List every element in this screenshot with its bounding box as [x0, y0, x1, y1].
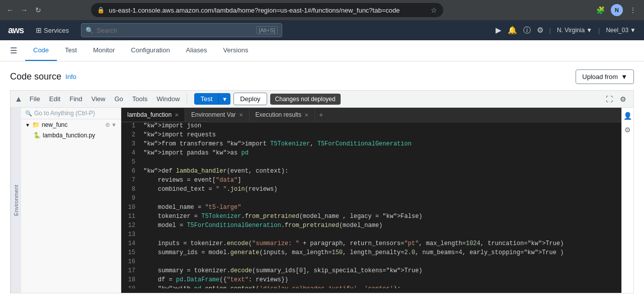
line-number: 9 [121, 195, 141, 204]
window-menu[interactable]: Window [152, 94, 184, 104]
browser-nav-buttons: ← → ↻ [4, 4, 44, 16]
services-button[interactable]: ⊞ Services [32, 24, 73, 36]
go-menu[interactable]: Go [110, 94, 127, 104]
grid-icon: ⊞ [36, 26, 42, 34]
line-code [141, 195, 147, 204]
tab-execution-label: Execution results [256, 111, 301, 118]
edit-menu[interactable]: Edit [45, 94, 64, 104]
code-line-6: 6"kw">def lambda_handler(event, context)… [121, 168, 621, 177]
line-code: model = T5ForConditionalGeneration.from_… [141, 222, 382, 231]
folder-actions: ⚙ ▼ [105, 122, 117, 128]
fullscreen-button[interactable]: ⛶ [603, 93, 616, 105]
tab-versions[interactable]: Versions [215, 40, 257, 61]
line-code: inputs = tokenizer.encode("summarize: " … [141, 240, 564, 249]
editor-tab-lambda[interactable]: lambda_function ✕ [121, 108, 185, 121]
code-line-11: 11 tokenizer = T5Tokenizer.from_pretrain… [121, 213, 621, 222]
settings-icon[interactable]: ⚙ [537, 26, 543, 35]
topbar-icons: ▶ 🔔 ⓘ ⚙ | N. Virginia ▼ | Neel_03 ▼ [496, 26, 636, 35]
line-code: "kw">with pd.option_context('display.col… [141, 285, 400, 288]
tab-env-close[interactable]: ✕ [239, 112, 243, 118]
tab-configuration[interactable]: Configuration [123, 40, 178, 61]
address-bar[interactable]: 🔒 us-east-1.console.aws.amazon.com/lambd… [91, 3, 443, 17]
divider: | [549, 27, 551, 34]
info-link[interactable]: Info [65, 73, 76, 81]
help-icon[interactable]: ⓘ [523, 26, 531, 35]
gear-icon: ⚙ [620, 95, 626, 103]
upload-dropdown-icon: ▼ [621, 73, 627, 81]
tab-code[interactable]: Code [25, 40, 57, 61]
changes-badge: Changes not deployed [270, 94, 341, 105]
find-menu[interactable]: Find [65, 94, 86, 104]
folder-name: new_func [42, 121, 67, 128]
editor-tab-execution[interactable]: Execution results ✕ [250, 108, 315, 121]
region-text: N. Virginia [557, 27, 585, 34]
code-line-7: 7 reviews = event["data"] [121, 177, 621, 186]
test-button[interactable]: Test [194, 93, 218, 105]
back-button[interactable]: ← [4, 4, 16, 16]
tools-menu[interactable]: Tools [128, 94, 151, 104]
line-code: "kw">import pandas "kw">as pd [141, 149, 249, 159]
editor-tab-env[interactable]: Environment Var ✕ [185, 108, 249, 121]
editor-settings-button[interactable]: ⚙ [617, 93, 629, 105]
sidebar-icon-user[interactable]: 👤 [623, 112, 632, 120]
code-editor: lambda_function ✕ Environment Var ✕ Exec… [121, 108, 621, 293]
file-search-input[interactable] [34, 110, 117, 117]
search-bar[interactable]: 🔍 [Alt+S] [81, 23, 282, 37]
sidebar-icon-settings[interactable]: ⚙ [624, 126, 631, 134]
code-line-17: 17 summary = tokenizer.decode(summary_id… [121, 267, 621, 276]
line-number: 4 [121, 149, 141, 159]
file-item[interactable]: 🐍 lambda_function.py [21, 130, 121, 140]
tab-monitor[interactable]: Monitor [85, 40, 123, 61]
tab-lambda-label: lambda_function [127, 111, 172, 118]
editor-tabs: lambda_function ✕ Environment Var ✕ Exec… [121, 108, 621, 122]
folder-expand-icon: ▼ [25, 122, 30, 128]
folder-chevron-icon[interactable]: ▼ [111, 122, 117, 128]
code-line-1: 1"kw">import json [121, 122, 621, 131]
profile-icon[interactable]: N [610, 3, 624, 17]
fullscreen-icon: ⛶ [606, 95, 613, 103]
line-code: "kw">from transformers "kw">import T5Tok… [141, 140, 412, 149]
file-tree-sidebar: Environment 🔍 ▼ 📁 new_func ⚙ ▼ [11, 108, 121, 293]
line-number: 5 [121, 159, 141, 168]
search-input[interactable] [97, 27, 253, 34]
code-line-3: 3"kw">from transformers "kw">import T5To… [121, 140, 621, 149]
bookmark-icon[interactable]: ☆ [431, 6, 437, 14]
deploy-button[interactable]: Deploy [233, 93, 267, 105]
forward-button[interactable]: → [18, 4, 30, 16]
tab-env-label: Environment Var [191, 111, 235, 118]
user-menu[interactable]: Neel_03 ▼ [606, 27, 636, 34]
folder-settings-icon[interactable]: ⚙ [105, 122, 110, 128]
editor-toolbar: ▲ File Edit Find View Go Tools Window Te… [10, 90, 634, 107]
browser-actions: 🧩 N ⋮ [594, 3, 640, 17]
file-search-bar[interactable]: 🔍 [21, 108, 121, 119]
tab-test[interactable]: Test [57, 40, 85, 61]
collapse-icon[interactable]: ▲ [15, 95, 23, 104]
tab-aliases[interactable]: Aliases [178, 40, 215, 61]
code-scroll-area[interactable]: 1"kw">import json2"kw">import requests3"… [121, 122, 621, 288]
file-menu[interactable]: File [26, 94, 44, 104]
terminal-icon[interactable]: ▶ [496, 26, 502, 35]
environment-label: Environment [11, 108, 21, 293]
extensions-icon[interactable]: 🧩 [594, 3, 608, 17]
upload-from-button[interactable]: Upload from ▼ [576, 69, 634, 84]
code-line-5: 5 [121, 159, 621, 168]
main-container: ☰ Code Test Monitor Configuration Aliase… [0, 40, 644, 308]
hamburger-menu[interactable]: ☰ [10, 46, 17, 55]
view-menu[interactable]: View [88, 94, 110, 104]
folder-icon: 📁 [32, 121, 40, 128]
menu-icon[interactable]: ⋮ [626, 3, 640, 17]
bell-icon[interactable]: 🔔 [508, 26, 517, 35]
line-number: 10 [121, 204, 141, 213]
line-code: tokenizer = T5Tokenizer.from_pretrained(… [141, 213, 423, 222]
line-code: "kw">import json [141, 122, 201, 131]
tab-lambda-close[interactable]: ✕ [175, 112, 179, 118]
add-tab-button[interactable]: + [315, 108, 327, 122]
line-code [141, 258, 147, 267]
region-selector[interactable]: N. Virginia ▼ [557, 27, 592, 34]
code-line-9: 9 [121, 195, 621, 204]
folder-item[interactable]: ▼ 📁 new_func ⚙ ▼ [21, 119, 121, 130]
tab-execution-close[interactable]: ✕ [304, 112, 308, 118]
line-number: 7 [121, 177, 141, 186]
test-dropdown-button[interactable]: ▼ [218, 93, 230, 105]
reload-button[interactable]: ↻ [32, 4, 44, 16]
